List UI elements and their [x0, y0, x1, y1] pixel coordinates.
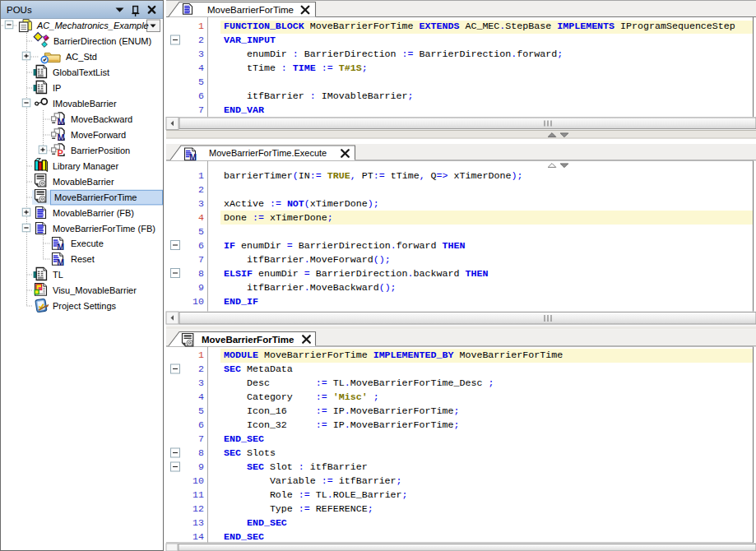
svg-text:MovableBarrier: MovableBarrier: [53, 177, 114, 187]
svg-text:POUs: POUs: [7, 5, 32, 15]
svg-text:TL: TL: [53, 270, 63, 280]
svg-text:P: P: [58, 148, 63, 158]
svg-text:Reset: Reset: [71, 254, 95, 264]
svg-text:MoveBarrierForTime: MoveBarrierForTime: [202, 335, 294, 345]
svg-text:Execute: Execute: [71, 238, 104, 248]
svg-text:IMovableBarrier: IMovableBarrier: [53, 99, 117, 109]
svg-text:Library Manager: Library Manager: [53, 161, 118, 171]
svg-text:GlobalTextList: GlobalTextList: [53, 67, 109, 77]
svg-text:BarrierDirection (ENUM): BarrierDirection (ENUM): [53, 36, 151, 46]
svg-text:IP: IP: [53, 83, 61, 93]
svg-text:M: M: [57, 242, 64, 252]
svg-text:BarrierPosition: BarrierPosition: [71, 146, 130, 155]
svg-text:MoveBarrierForTime: MoveBarrierForTime: [207, 5, 294, 15]
svg-text:M: M: [58, 117, 65, 127]
svg-text:Visu_MovableBarrier: Visu_MovableBarrier: [53, 285, 137, 295]
svg-text:MoveBarrierForTime.Execute: MoveBarrierForTime.Execute: [209, 148, 327, 158]
svg-text:MoveBarrierForTime (FB): MoveBarrierForTime (FB): [53, 224, 155, 234]
svg-text:M: M: [189, 152, 197, 162]
svg-text:Project Settings: Project Settings: [53, 301, 117, 311]
svg-text:MovableBarrier (FB): MovableBarrier (FB): [53, 208, 134, 218]
svg-text:AC_Mechatronics_Example: AC_Mechatronics_Example: [36, 21, 149, 30]
svg-text:M: M: [58, 132, 65, 142]
svg-text:M: M: [57, 257, 64, 267]
svg-text:AC_Std: AC_Std: [66, 52, 97, 62]
svg-text:MoveForward: MoveForward: [71, 130, 126, 140]
svg-text:MoveBarrierForTime: MoveBarrierForTime: [54, 192, 137, 202]
svg-text:MoveBackward: MoveBackward: [71, 114, 132, 124]
